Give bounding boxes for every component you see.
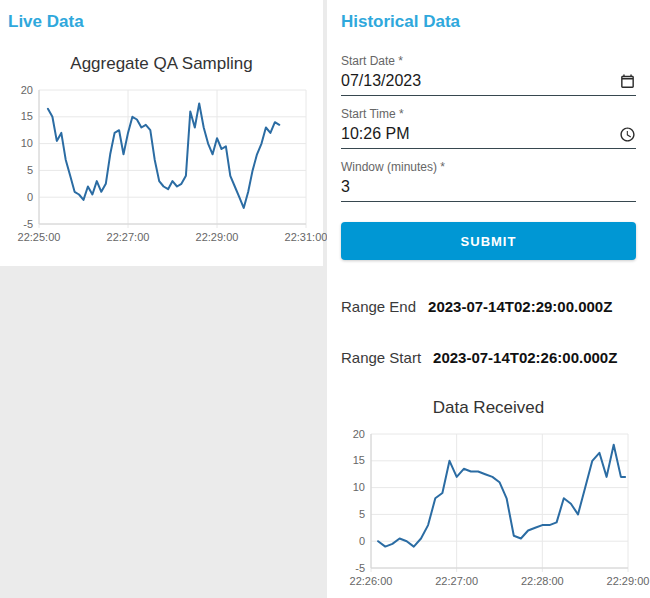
start-time-field: Start Time * [341,107,636,149]
start-time-input[interactable] [341,123,619,145]
historical-chart-title: Data Received [341,398,636,418]
svg-text:15: 15 [353,454,365,466]
svg-text:10: 10 [21,137,33,149]
svg-text:22:28:00: 22:28:00 [521,575,564,587]
start-date-input[interactable] [341,70,619,92]
svg-text:22:29:00: 22:29:00 [196,231,239,243]
svg-text:5: 5 [359,508,365,520]
live-chart-title: Aggregate QA Sampling [8,54,315,74]
svg-text:22:27:00: 22:27:00 [107,231,150,243]
historical-chart: -50510152022:26:0022:27:0022:28:0022:29:… [341,428,636,596]
window-input[interactable] [341,176,636,198]
range-start-row: Range Start 2023-07-14T02:26:00.000Z [341,349,636,366]
live-data-panel: Live Data Aggregate QA Sampling -5051015… [0,0,323,266]
historical-chart-block: Data Received -50510152022:26:0022:27:00… [341,398,636,596]
svg-text:10: 10 [353,481,365,493]
svg-text:22:31:00: 22:31:00 [285,231,328,243]
submit-button[interactable]: SUBMIT [341,222,636,260]
historical-data-heading: Historical Data [341,12,636,32]
start-date-field: Start Date * [341,54,636,96]
svg-text:20: 20 [21,84,33,96]
start-time-label: Start Time * [341,107,636,121]
svg-text:-5: -5 [23,218,33,230]
range-start-label: Range Start [341,349,421,366]
svg-text:22:25:00: 22:25:00 [18,231,61,243]
range-start-value: 2023-07-14T02:26:00.000Z [433,349,617,366]
svg-text:5: 5 [27,164,33,176]
range-end-row: Range End 2023-07-14T02:29:00.000Z [341,298,636,315]
svg-text:15: 15 [21,110,33,122]
svg-text:22:29:00: 22:29:00 [607,575,650,587]
range-end-value: 2023-07-14T02:29:00.000Z [428,298,612,315]
svg-text:-5: -5 [355,562,365,574]
clock-icon[interactable] [619,126,636,143]
svg-text:20: 20 [353,428,365,440]
range-end-label: Range End [341,298,416,315]
svg-text:0: 0 [27,191,33,203]
svg-text:22:27:00: 22:27:00 [435,575,478,587]
live-chart: -50510152022:25:0022:27:0022:29:0022:31:… [9,84,314,252]
svg-text:22:26:00: 22:26:00 [350,575,393,587]
start-date-label: Start Date * [341,54,636,68]
live-data-heading: Live Data [8,12,315,32]
historical-data-panel: Historical Data Start Date * Start Time … [327,0,650,598]
window-label: Window (minutes) * [341,160,636,174]
calendar-icon[interactable] [619,73,636,90]
window-field: Window (minutes) * [341,160,636,202]
svg-text:0: 0 [359,535,365,547]
